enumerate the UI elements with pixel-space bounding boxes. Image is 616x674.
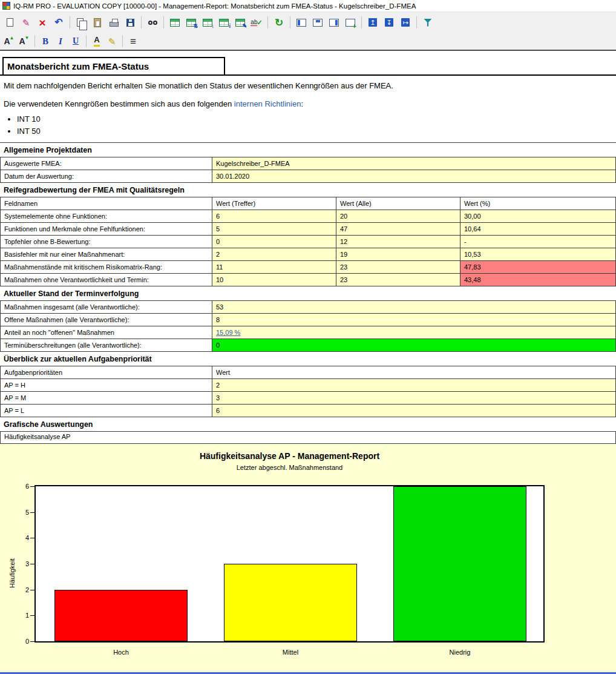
spellcheck-icon: ab✓	[251, 19, 262, 26]
font-increase-icon[interactable]: A▲	[2, 35, 16, 48]
table-cell: 23	[336, 274, 460, 286]
table-cell: 30,00	[460, 210, 616, 223]
pane-split-right-icon[interactable]	[326, 15, 342, 30]
delete-icon[interactable]: ×	[34, 15, 50, 30]
scroll-to-top-icon[interactable]: ↥	[365, 15, 381, 30]
section-header-tracking: Aktueller Stand der Terminverfolgung	[0, 286, 616, 300]
table-cell: Maßnahmen ohne Verantwortlichkeit und Te…	[1, 274, 212, 286]
undo-icon: ↶	[54, 18, 62, 27]
pane-split-left-icon	[297, 19, 306, 27]
header-cell: Wert (%)	[460, 197, 616, 210]
filter-icon[interactable]	[420, 15, 436, 30]
frequency-chart: Häufigkeitsanalyse AP - Management-Repor…	[0, 444, 616, 674]
toolbar-separator	[361, 16, 362, 28]
list-format-icon: ≡	[130, 36, 136, 47]
y-tick-label: 2	[1, 586, 29, 594]
toolbar-separator	[267, 16, 268, 28]
section-header-priority: Überblick zur aktuellen Aufgabenprioritä…	[0, 352, 616, 366]
toolbar-separator	[141, 16, 142, 28]
table-new-icon[interactable]	[167, 15, 183, 30]
delete-icon: ×	[39, 17, 45, 28]
pane-split-right-icon	[329, 19, 339, 27]
table-cell: 23	[336, 261, 460, 274]
search-binoculars-icon[interactable]	[145, 15, 160, 30]
header-cell: Feldnamen	[1, 197, 212, 210]
list-format-icon[interactable]: ≡	[126, 35, 140, 48]
highlighter-icon[interactable]: ✎	[105, 35, 119, 48]
paste-icon[interactable]	[90, 15, 105, 30]
header-cell: Wert (Alle)	[336, 197, 460, 210]
table-sort-icon[interactable]: ⇅	[183, 15, 199, 30]
table-cell: 19	[336, 248, 460, 261]
print-icon	[110, 22, 119, 27]
copy-icon[interactable]	[73, 15, 89, 30]
table-cell: 5	[212, 223, 336, 236]
plot-area	[34, 485, 545, 643]
table-row: Offene Maßnahmen (alle Verantwortliche):…	[1, 314, 616, 326]
undo-icon[interactable]: ↶	[51, 15, 67, 30]
table-cell: Ausgewerte FMEA:	[1, 157, 212, 170]
table-cell: 0	[212, 236, 336, 248]
pane-new-icon: +	[346, 19, 355, 27]
table-cell: Systemelemente ohne Funktionen:	[1, 210, 212, 223]
table-info-icon[interactable]: i	[216, 15, 232, 30]
spellcheck-icon[interactable]: ab✓	[249, 15, 264, 30]
y-tick-label: 5	[1, 508, 29, 517]
table-cell: 2	[212, 379, 616, 392]
format-toolbar: A▲A▼BIUA✎≡	[0, 33, 616, 50]
intro-paragraph: Mit dem nachfolgenden Bericht erhalten S…	[0, 76, 616, 91]
table-row: AP = H2	[1, 379, 616, 392]
guidelines-link[interactable]: internen Richtlinien	[234, 99, 301, 108]
y-tick-mark	[30, 590, 34, 590]
window-title: IQ-RM PRO - EVALUATION COPY [10000-00] -…	[13, 2, 416, 10]
report-body: Monatsbericht zum FMEA-Status Mit dem na…	[0, 50, 616, 674]
table-row: Maßnahmen ohne Verantwortlichkeit und Te…	[1, 274, 616, 286]
section-header-graphics: Grafische Auswertungen	[0, 417, 616, 431]
header-cell: Aufgabenprioritäten	[1, 366, 212, 379]
table-row: Maßnahmenstände mit kritischem Risikomat…	[1, 261, 616, 274]
task-priority-table: AufgabenprioritätenWertAP = H2AP = M3AP …	[0, 366, 616, 417]
edit-pencil-icon[interactable]: ✎	[18, 15, 34, 30]
font-decrease-icon[interactable]: A▼	[17, 35, 31, 48]
new-document-icon[interactable]	[2, 15, 18, 30]
refresh-icon[interactable]: ↻	[271, 15, 287, 30]
section-header-quality: Reifegradbewertung der FMEA mit Qualität…	[0, 183, 616, 197]
graph-label-row: Häufigkeitsanalyse AP	[0, 431, 616, 444]
italic-button: I	[59, 37, 62, 46]
y-tick-mark	[30, 641, 34, 642]
table-cell: 47	[336, 223, 460, 236]
scroll-to-end-icon[interactable]: ↦	[398, 15, 413, 30]
quality-rules-table: FeldnamenWert (Treffer)Wert (Alle)Wert (…	[0, 197, 616, 286]
font-color-icon[interactable]: A	[90, 35, 104, 48]
scroll-to-bottom-icon[interactable]: ↧	[381, 15, 397, 30]
copy-icon	[77, 18, 84, 27]
table-edit-icon: ✎	[235, 19, 245, 27]
pane-split-left-icon[interactable]	[293, 15, 309, 30]
table-cell: Basisfehler mit nur einer Maßnahmenart:	[1, 248, 212, 261]
percentage-link[interactable]: 15,09 %	[216, 329, 240, 336]
guidelines-text: Die verwendeten Kenngrößen bestimmen sic…	[4, 99, 234, 108]
table-row: Terminüberschreitungen (alle Verantwortl…	[1, 339, 616, 352]
table-header-row: FeldnamenWert (Treffer)Wert (Alle)Wert (…	[1, 197, 616, 210]
save-icon	[126, 19, 134, 27]
new-document-icon	[7, 18, 13, 27]
table-cell: Funktionen und Merkmale ohne Fehlfunktio…	[1, 223, 212, 236]
print-icon[interactable]	[106, 15, 122, 30]
table-filter-icon[interactable]: ↓	[200, 15, 215, 30]
pane-split-top-icon[interactable]	[310, 15, 326, 30]
section-header-project: Allgemeine Projektdaten	[0, 142, 616, 157]
table-new-icon	[170, 19, 180, 27]
main-toolbar: ✎×↶⇅↓i✎ab✓↻+↥↧↦	[0, 12, 616, 33]
bold-button: B	[42, 37, 48, 46]
underline-button[interactable]: U	[68, 35, 83, 48]
table-edit-icon[interactable]: ✎	[232, 15, 248, 30]
pane-new-icon[interactable]: +	[342, 15, 358, 30]
table-row: Funktionen und Merkmale ohne Fehlfunktio…	[1, 223, 616, 236]
table-cell: 10,53	[460, 248, 616, 261]
bold-button[interactable]: B	[38, 35, 53, 48]
header-cell: Wert	[212, 366, 616, 379]
guidelines-list: INT 10INT 50	[0, 113, 616, 137]
save-icon[interactable]	[122, 15, 138, 30]
report-title-row: Monatsbericht zum FMEA-Status	[0, 51, 616, 76]
italic-button[interactable]: I	[53, 35, 68, 48]
